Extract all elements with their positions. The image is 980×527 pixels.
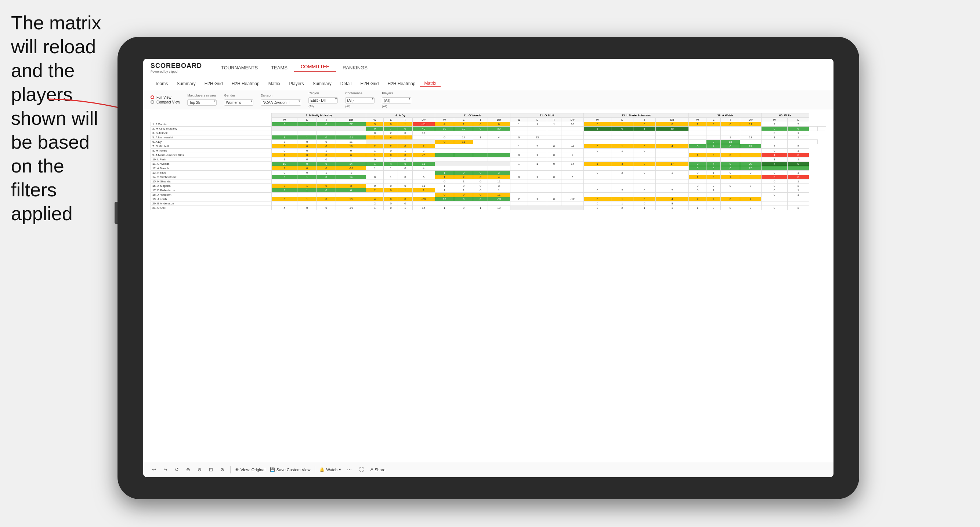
fit-button[interactable]: ⊡ <box>207 466 215 473</box>
players-select[interactable]: (All) <box>382 97 411 103</box>
subnav-h2h-grid2[interactable]: H2H Grid <box>356 81 383 86</box>
cell: -18 <box>336 166 366 171</box>
cell <box>611 175 633 179</box>
subnav-matrix2[interactable]: Matrix <box>420 81 441 87</box>
subnav-h2h-heatmap2[interactable]: H2H Heatmap <box>383 81 420 86</box>
gender-select[interactable]: Women's <box>224 100 253 106</box>
cell: 1 <box>510 162 528 166</box>
subnav-h2h-grid[interactable]: H2H Grid <box>200 81 227 86</box>
cell <box>584 184 611 188</box>
watch-button[interactable]: 🔔 Watch ▾ <box>320 467 341 472</box>
logo-sub: Powered by clippd <box>151 70 192 73</box>
cell: 0 <box>384 153 398 157</box>
full-view-radio[interactable]: Full View <box>151 95 180 100</box>
cell: 1 <box>510 122 528 127</box>
compact-view-radio[interactable]: Compact View <box>151 100 180 104</box>
subnav-matrix[interactable]: Matrix <box>264 81 285 86</box>
cell: 0 <box>706 140 721 144</box>
cell <box>740 149 761 153</box>
cell <box>547 171 562 175</box>
undo-button[interactable]: ↩ <box>151 466 158 473</box>
cell: 1 <box>528 122 547 127</box>
cell: 13 <box>435 197 454 202</box>
cell: 1 <box>317 149 336 153</box>
division-select[interactable]: NCAA Division II <box>261 100 301 106</box>
cell: 2 <box>611 171 633 175</box>
cell <box>689 149 706 153</box>
cell <box>562 202 584 206</box>
cell: 10 <box>272 162 298 166</box>
cell: 0 <box>633 162 656 166</box>
zoom-out-button[interactable]: ⊖ <box>196 466 203 473</box>
subnav-teams[interactable]: Teams <box>151 81 172 86</box>
nav-rankings[interactable]: RANKINGS <box>336 65 374 70</box>
more-button[interactable]: ⋯ <box>345 466 353 473</box>
cell <box>721 188 740 193</box>
nav-teams[interactable]: TEAMS <box>264 65 294 70</box>
sub-h-l5: L <box>611 118 633 122</box>
cell: 1 <box>384 157 398 162</box>
cell: 2 <box>740 197 761 202</box>
cell <box>706 179 721 184</box>
player-name: 12. A Bianchi <box>151 166 272 171</box>
player-name: 19. J Karrh <box>151 197 272 202</box>
nav-committee[interactable]: COMMITTEE <box>294 64 336 71</box>
cell <box>317 179 336 184</box>
sub-h-w4: W <box>510 118 528 122</box>
cell: 0 <box>366 175 384 179</box>
cell: 3 <box>788 184 809 188</box>
cell: 1 <box>435 175 454 179</box>
subnav-h2h-heatmap[interactable]: H2H Heatmap <box>227 81 264 86</box>
col-header-5: 23. L Marie Schurnac <box>584 113 689 118</box>
cell <box>611 179 633 184</box>
cell: 0 <box>384 122 398 127</box>
cell: 1 <box>611 144 633 149</box>
subnav-summary2[interactable]: Summary <box>308 81 336 86</box>
cell <box>547 157 562 162</box>
player-name: 10. L Perini <box>151 157 272 162</box>
expand-button[interactable]: ⛶ <box>358 466 365 473</box>
share-button[interactable]: ↗ Share <box>370 467 385 472</box>
players-select-wrap: (All) <box>382 97 411 103</box>
region-select[interactable]: East - DII <box>309 97 338 103</box>
cell: 1 <box>398 149 412 153</box>
cell: 1 <box>761 135 788 140</box>
cell <box>706 135 721 140</box>
cell: 2 <box>454 175 473 179</box>
nav-tournaments[interactable]: TOURNAMENTS <box>215 65 264 70</box>
cell: 0 <box>740 171 761 175</box>
table-row: 3. S Jelinek 0 2 0 17 <box>151 131 826 135</box>
cell <box>562 135 584 140</box>
cell: 0 <box>398 202 412 206</box>
cell: 2 <box>384 144 398 149</box>
cell: 4 <box>384 162 398 166</box>
cell <box>366 171 384 175</box>
cell: 2 <box>272 166 298 171</box>
subnav-summary[interactable]: Summary <box>172 81 200 86</box>
cell: 1 <box>788 179 809 184</box>
view-original-button[interactable]: 👁 View: Original <box>235 468 266 472</box>
save-custom-view-button[interactable]: 💾 Save Custom View <box>270 467 311 472</box>
subnav-players[interactable]: Players <box>285 81 308 86</box>
conference-select-wrap: (All) <box>345 97 374 103</box>
cell: 1 <box>788 188 809 193</box>
cell: 0 <box>317 206 336 210</box>
cell: 1 <box>398 206 412 210</box>
subnav-detail[interactable]: Detail <box>336 81 356 86</box>
zoom-in-button[interactable]: ⊕ <box>185 466 192 473</box>
conference-select[interactable]: (All) <box>345 97 374 103</box>
cell: 3 <box>366 122 384 127</box>
cell: 1 <box>488 188 510 193</box>
redo-button[interactable]: ↪ <box>162 466 169 473</box>
conference-sub: (All) <box>345 105 374 108</box>
watch-icon: 🔔 <box>320 467 325 472</box>
cell: 1 <box>454 188 473 193</box>
player-name: 3. S Jelinek <box>151 131 272 135</box>
refresh-button[interactable]: ↺ <box>173 466 180 473</box>
settings-button[interactable]: ⊗ <box>219 466 226 473</box>
max-players-select[interactable]: Top 25 <box>187 100 216 106</box>
cell: 1 <box>384 175 398 179</box>
cell: 10 <box>488 206 510 210</box>
cell <box>633 193 656 197</box>
main-content[interactable]: 2. M Kelly Mulcahy 6. A Dy 11. G Woods 2… <box>143 110 834 462</box>
